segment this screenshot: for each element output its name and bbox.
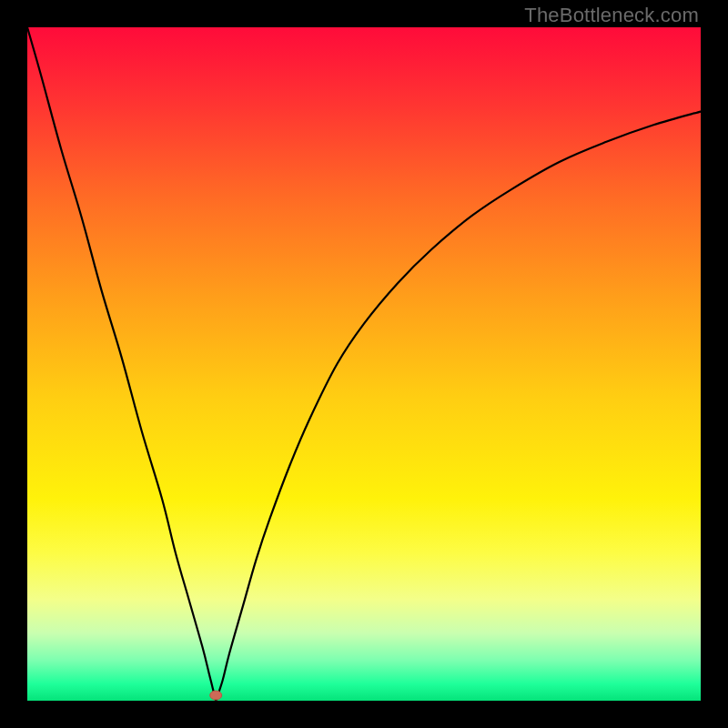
chart-frame: TheBottleneck.com (0, 0, 728, 728)
curve-right-branch (216, 112, 701, 702)
watermark-text: TheBottleneck.com (524, 4, 699, 27)
plot-area (27, 27, 701, 701)
curve-left-branch (27, 27, 216, 701)
minimum-marker (210, 691, 222, 700)
curve-layer (27, 27, 701, 701)
